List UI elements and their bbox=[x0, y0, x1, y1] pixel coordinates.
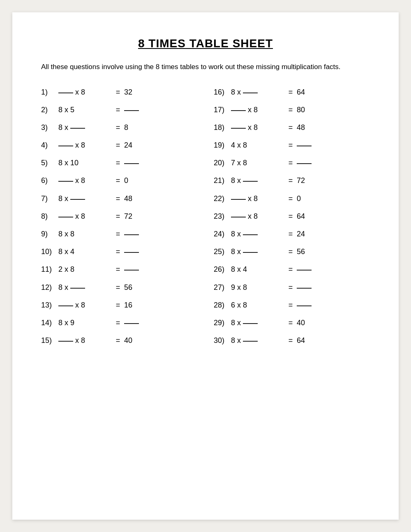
question-expression: 8 x bbox=[231, 318, 284, 328]
question-expression: 7 x 8 bbox=[231, 158, 284, 168]
question-answer: 40 bbox=[297, 318, 317, 328]
question-answer: 0 bbox=[297, 194, 317, 204]
question-number: 16) bbox=[214, 87, 231, 97]
question-expression: 8 x bbox=[231, 176, 284, 186]
question-number: 2) bbox=[41, 105, 58, 115]
question-answer: 56 bbox=[297, 247, 317, 257]
question-number: 17) bbox=[214, 105, 231, 115]
equals-sign: = bbox=[284, 300, 297, 310]
question-number: 8) bbox=[41, 211, 58, 222]
question-answer: 24 bbox=[297, 229, 317, 239]
question-expression: 8 x 4 bbox=[58, 247, 112, 257]
question-row: 15) x 8=40 bbox=[41, 335, 197, 346]
question-answer bbox=[124, 264, 145, 275]
question-number: 4) bbox=[41, 140, 58, 150]
question-answer: 64 bbox=[297, 335, 317, 346]
question-answer bbox=[124, 158, 145, 168]
question-answer: 80 bbox=[297, 105, 317, 115]
question-number: 1) bbox=[41, 87, 58, 97]
equals-sign: = bbox=[112, 211, 124, 222]
question-row: 18) x 8=48 bbox=[214, 123, 370, 133]
question-answer: 16 bbox=[124, 300, 145, 310]
question-answer: 24 bbox=[124, 140, 145, 150]
question-number: 19) bbox=[214, 140, 231, 150]
question-expression: 8 x bbox=[231, 229, 284, 239]
question-answer bbox=[297, 158, 317, 168]
equals-sign: = bbox=[112, 140, 124, 150]
equals-sign: = bbox=[284, 247, 297, 257]
question-answer: 8 bbox=[124, 123, 145, 133]
question-row: 8) x 8=72 bbox=[41, 211, 197, 222]
question-number: 13) bbox=[41, 300, 58, 310]
page-title: 8 TIMES TABLE SHEET bbox=[41, 37, 370, 50]
question-expression: 8 x 9 bbox=[58, 318, 112, 328]
question-number: 20) bbox=[214, 158, 231, 168]
question-row: 30)8 x =64 bbox=[214, 335, 370, 346]
question-row: 9)8 x 8= bbox=[41, 229, 197, 239]
question-answer: 48 bbox=[124, 194, 145, 204]
question-answer bbox=[124, 318, 145, 328]
question-row: 11)2 x 8= bbox=[41, 264, 197, 275]
question-answer bbox=[297, 140, 317, 150]
question-row: 6) x 8=0 bbox=[41, 176, 197, 186]
question-answer: 72 bbox=[297, 176, 317, 186]
question-expression: x 8 bbox=[231, 105, 284, 115]
question-number: 5) bbox=[41, 158, 58, 168]
question-row: 2)8 x 5= bbox=[41, 105, 197, 115]
question-answer: 72 bbox=[124, 211, 145, 222]
equals-sign: = bbox=[284, 211, 297, 222]
question-expression: 9 x 8 bbox=[231, 282, 284, 293]
question-number: 12) bbox=[41, 282, 58, 293]
equals-sign: = bbox=[284, 105, 297, 115]
question-answer bbox=[297, 264, 317, 275]
question-row: 14)8 x 9= bbox=[41, 318, 197, 328]
equals-sign: = bbox=[284, 335, 297, 346]
question-answer bbox=[297, 282, 317, 293]
question-expression: 8 x 4 bbox=[231, 264, 284, 275]
equals-sign: = bbox=[284, 158, 297, 168]
equals-sign: = bbox=[284, 194, 297, 204]
question-expression: 8 x bbox=[231, 87, 284, 97]
equals-sign: = bbox=[112, 247, 124, 257]
question-expression: x 8 bbox=[231, 194, 284, 204]
question-answer bbox=[297, 300, 317, 310]
question-number: 15) bbox=[41, 335, 58, 346]
question-expression: 8 x bbox=[58, 123, 112, 133]
question-row: 13) x 8=16 bbox=[41, 300, 197, 310]
question-expression: x 8 bbox=[231, 123, 284, 133]
right-column: 16)8 x =6417) x 8=8018) x 8=4819)4 x 8=2… bbox=[214, 87, 370, 354]
question-number: 21) bbox=[214, 176, 231, 186]
question-number: 28) bbox=[214, 300, 231, 310]
question-number: 25) bbox=[214, 247, 231, 257]
question-number: 27) bbox=[214, 282, 231, 293]
question-number: 29) bbox=[214, 318, 231, 328]
question-expression: 2 x 8 bbox=[58, 264, 112, 275]
equals-sign: = bbox=[112, 158, 124, 168]
question-row: 16)8 x =64 bbox=[214, 87, 370, 97]
question-row: 29)8 x =40 bbox=[214, 318, 370, 328]
question-row: 3)8 x =8 bbox=[41, 123, 197, 133]
equals-sign: = bbox=[112, 123, 124, 133]
question-row: 17) x 8=80 bbox=[214, 105, 370, 115]
equals-sign: = bbox=[112, 105, 124, 115]
question-row: 21)8 x =72 bbox=[214, 176, 370, 186]
equals-sign: = bbox=[112, 335, 124, 346]
question-answer bbox=[124, 229, 145, 239]
question-number: 24) bbox=[214, 229, 231, 239]
equals-sign: = bbox=[112, 264, 124, 275]
questions-container: 1) x 8=322)8 x 5=3)8 x =84) x 8=245)8 x … bbox=[41, 87, 370, 354]
question-row: 24)8 x =24 bbox=[214, 229, 370, 239]
question-expression: x 8 bbox=[58, 140, 112, 150]
question-answer bbox=[124, 105, 145, 115]
question-row: 4) x 8=24 bbox=[41, 140, 197, 150]
equals-sign: = bbox=[112, 300, 124, 310]
question-expression: 8 x 5 bbox=[58, 105, 112, 115]
question-number: 9) bbox=[41, 229, 58, 239]
question-row: 27)9 x 8= bbox=[214, 282, 370, 293]
question-number: 18) bbox=[214, 123, 231, 133]
question-number: 23) bbox=[214, 211, 231, 222]
question-number: 7) bbox=[41, 194, 58, 204]
equals-sign: = bbox=[284, 318, 297, 328]
equals-sign: = bbox=[284, 282, 297, 293]
left-column: 1) x 8=322)8 x 5=3)8 x =84) x 8=245)8 x … bbox=[41, 87, 197, 354]
